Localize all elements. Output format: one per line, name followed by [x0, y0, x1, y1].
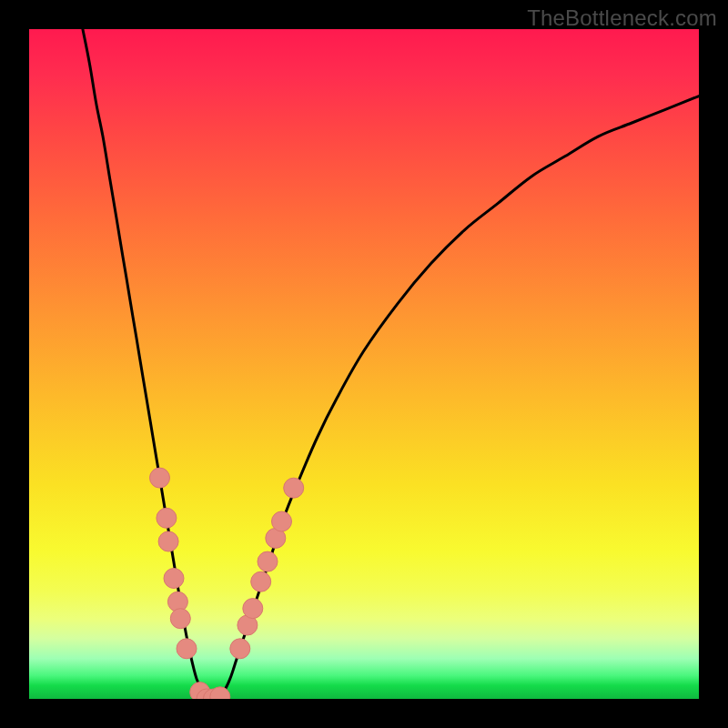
data-marker — [251, 571, 271, 592]
chart-frame: TheBottleneck.com — [0, 0, 728, 728]
data-marker — [157, 508, 177, 528]
curve-layer — [29, 29, 699, 699]
data-marker — [230, 639, 250, 659]
watermark-text: TheBottleneck.com — [527, 5, 717, 31]
data-marker — [243, 599, 263, 619]
plot-area — [29, 29, 699, 699]
data-marker — [284, 478, 304, 498]
data-marker — [177, 639, 197, 659]
data-marker — [272, 511, 292, 531]
data-marker — [258, 551, 278, 571]
data-marker — [150, 468, 170, 488]
data-marker — [170, 609, 190, 629]
data-marker — [158, 531, 178, 551]
scatter-markers — [150, 468, 304, 699]
data-marker — [164, 569, 184, 589]
